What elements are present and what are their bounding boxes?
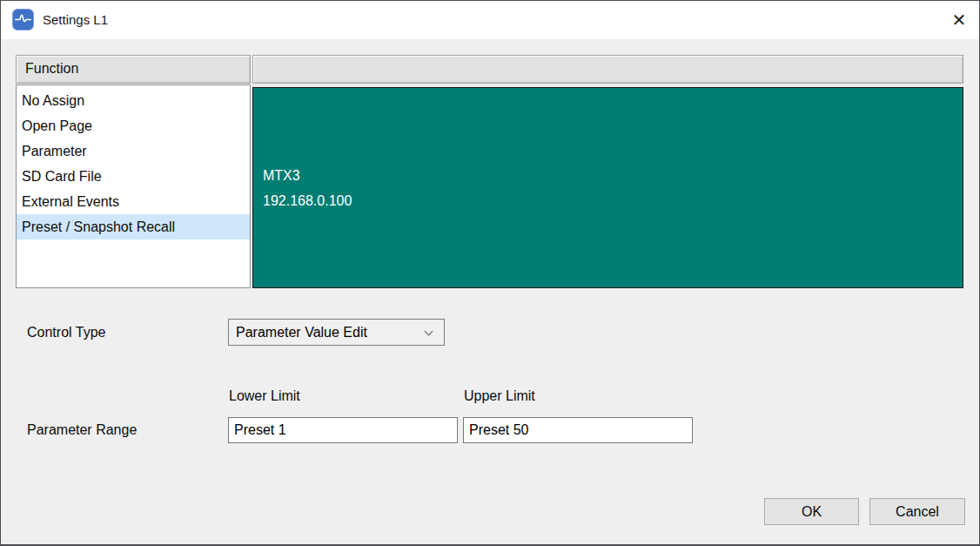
function-list-item-external-events[interactable]: External Events <box>17 189 250 214</box>
upper-limit-label: Upper Limit <box>464 388 535 404</box>
function-list: No Assign Open Page Parameter SD Card Fi… <box>16 84 251 288</box>
close-button[interactable]: ✕ <box>944 5 974 35</box>
lower-limit-input[interactable] <box>228 417 458 443</box>
ok-button[interactable]: OK <box>764 498 859 525</box>
control-type-select[interactable]: Parameter Value Edit <box>228 319 445 346</box>
function-column-header: Function <box>16 55 251 84</box>
function-list-item-preset-snapshot-recall[interactable]: Preset / Snapshot Recall <box>17 214 250 239</box>
control-type-selected-value: Parameter Value Edit <box>236 325 367 340</box>
settings-dialog: Settings L1 ✕ Function No Assign Open Pa… <box>0 0 980 546</box>
device-ip-address: 192.168.0.100 <box>263 188 963 213</box>
upper-limit-input[interactable] <box>463 417 693 443</box>
function-list-item-no-assign[interactable]: No Assign <box>17 88 250 113</box>
device-target-panel[interactable]: MTX3 192.168.0.100 <box>252 87 963 288</box>
close-icon: ✕ <box>952 10 967 30</box>
window-title: Settings L1 <box>43 1 108 39</box>
cancel-button[interactable]: Cancel <box>869 498 965 525</box>
lower-limit-label: Lower Limit <box>229 388 300 404</box>
function-list-item-parameter[interactable]: Parameter <box>17 138 250 164</box>
titlebar[interactable]: Settings L1 ✕ <box>1 1 979 39</box>
function-list-item-sd-card-file[interactable]: SD Card File <box>17 164 250 189</box>
app-waveform-icon <box>12 9 34 30</box>
device-name: MTX3 <box>263 163 963 188</box>
parameter-range-label: Parameter Range <box>27 417 137 443</box>
chevron-down-icon <box>425 327 433 336</box>
function-list-item-open-page[interactable]: Open Page <box>17 113 250 138</box>
control-type-label: Control Type <box>27 319 105 346</box>
target-column-header <box>252 55 963 84</box>
